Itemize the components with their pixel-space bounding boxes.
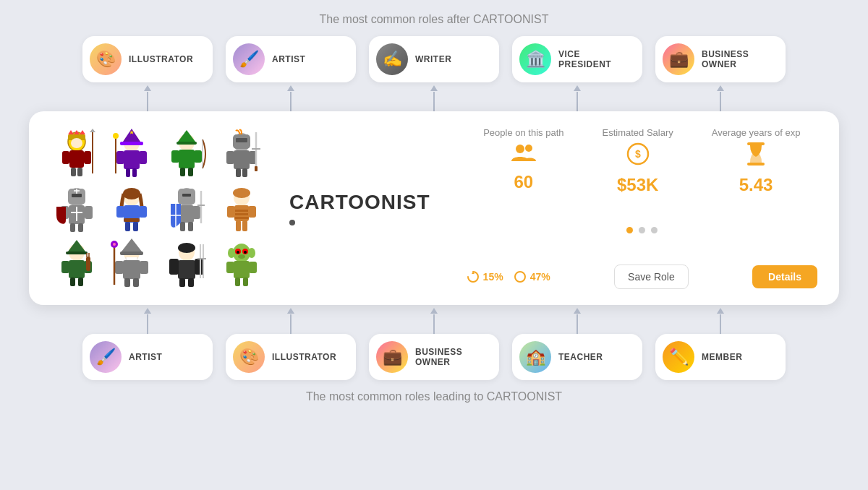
svg-rect-112 (179, 278, 185, 287)
role-card-writer[interactable]: ✍️ WRITER (369, 36, 499, 82)
connector-4 (512, 85, 642, 111)
arrowhead-up-5 (717, 85, 724, 91)
stats-section: People on this path 60 Estimated Salary (452, 127, 817, 289)
svg-point-57 (123, 188, 140, 199)
people-icon (511, 142, 536, 168)
svg-rect-21 (132, 168, 137, 177)
svg-rect-110 (169, 259, 179, 275)
svg-point-124 (238, 254, 245, 259)
svg-rect-82 (248, 206, 256, 218)
arrow-line-2 (290, 92, 292, 111)
svg-rect-88 (69, 260, 85, 278)
dots-nav[interactable] (467, 227, 817, 233)
arrow-up-2 (287, 85, 294, 111)
svg-rect-134 (747, 142, 765, 145)
arrow-up-3 (430, 85, 438, 111)
svg-rect-102 (124, 278, 130, 287)
role-card-illustrator[interactable]: 🎨 ILLUSTRATOR (82, 36, 213, 82)
arrowhead-up-4 (574, 85, 581, 91)
char-cell-11 (161, 237, 213, 289)
role-card-illustrator2[interactable]: 🎨 ILLUSTRATOR (226, 334, 356, 380)
stat-value-exp: 5.43 (739, 175, 773, 195)
svg-marker-25 (178, 130, 195, 142)
top-section-title: The most common roles after CARTOONIST (320, 13, 549, 26)
stat-col-salary: Estimated Salary $ $53K (598, 127, 678, 195)
char-cell-3 (161, 127, 213, 179)
bottom-arrow-2 (287, 308, 294, 334)
char-cell-6 (106, 182, 158, 234)
svg-rect-61 (125, 222, 130, 231)
bottom-arrowhead-3 (430, 308, 438, 314)
arrow-up-5 (717, 85, 724, 111)
salary-icon: $ (626, 142, 650, 171)
bottom-arrowhead-5 (717, 308, 724, 314)
svg-point-131 (525, 145, 532, 152)
svg-rect-81 (227, 206, 235, 218)
svg-rect-40 (242, 168, 247, 177)
svg-point-76 (233, 188, 250, 198)
svg-point-122 (237, 251, 239, 254)
role-label-teacher: TEACHER (558, 352, 603, 362)
svg-rect-135 (747, 163, 765, 166)
bottom-arrow-line-5 (720, 314, 721, 334)
svg-rect-127 (249, 262, 257, 273)
role-avatar-illustrator2: 🎨 (233, 341, 265, 373)
svg-rect-20 (126, 168, 130, 177)
role-label-vp: VICE PRESIDENT (558, 49, 629, 69)
svg-rect-17 (116, 151, 124, 164)
cartoonist-title: CARTOONIST (289, 191, 430, 214)
svg-rect-18 (139, 151, 147, 164)
svg-rect-39 (236, 168, 241, 177)
bottom-arrowhead-4 (574, 308, 581, 314)
svg-rect-31 (188, 168, 193, 176)
char-cell-12 (216, 237, 268, 289)
role-avatar-artist2: 🖌️ (90, 341, 122, 373)
save-role-button[interactable]: Save Role (614, 265, 689, 289)
role-avatar-illustrator: 🎨 (90, 43, 122, 75)
details-button[interactable]: Details (752, 265, 817, 288)
bottom-arrow-line-4 (576, 314, 578, 334)
pct-value-2: 47% (530, 271, 550, 283)
stat-col-exp: Average years of exp 5.43 (712, 127, 801, 195)
stat-label-people: People on this path (483, 127, 563, 138)
svg-rect-54 (70, 223, 75, 232)
role-card-teacher[interactable]: 🏫 TEACHER (512, 334, 642, 380)
bottom-arrow-line-3 (433, 314, 435, 334)
arrowhead-up-1 (144, 85, 151, 91)
svg-rect-69 (180, 222, 185, 231)
svg-rect-92 (78, 278, 83, 286)
arrowhead-up-3 (430, 85, 438, 91)
svg-point-106 (113, 243, 116, 246)
svg-point-23 (113, 133, 119, 139)
svg-marker-86 (68, 240, 85, 252)
svg-rect-87 (66, 252, 88, 254)
svg-rect-26 (176, 142, 197, 145)
svg-rect-78 (234, 210, 249, 212)
svg-rect-36 (234, 150, 250, 169)
svg-rect-128 (235, 278, 240, 286)
role-card-vp[interactable]: 🏛️ VICE PRESIDENT (512, 36, 642, 82)
role-card-bizowner2[interactable]: 💼 BUSINESS OWNER (369, 334, 499, 380)
dot-nav-2[interactable] (639, 227, 645, 233)
dot-nav-3[interactable] (651, 227, 658, 233)
svg-rect-55 (78, 223, 83, 232)
svg-rect-8 (84, 151, 91, 164)
svg-rect-100 (115, 261, 124, 274)
dot-nav-1[interactable] (626, 227, 633, 233)
bottom-arrow-5 (717, 308, 724, 334)
bottom-connector-2 (226, 308, 356, 334)
svg-rect-83 (236, 220, 241, 231)
svg-rect-35 (236, 138, 247, 142)
role-card-bizowner[interactable]: 💼 BUSINESS OWNER (655, 36, 786, 82)
stat-col-people: People on this path 60 (483, 127, 563, 195)
role-card-member[interactable]: ✏️ MEMBER (655, 334, 786, 380)
stats-top: People on this path 60 Estimated Salary (467, 127, 817, 195)
arrow-line-4 (576, 92, 578, 111)
role-card-artist2[interactable]: 🖌️ ARTIST (82, 334, 213, 380)
exp-icon (746, 142, 766, 171)
role-card-artist[interactable]: 🖌️ ARTIST (226, 36, 356, 82)
pct-item-2: 47% (514, 270, 550, 283)
pct-item-1: 15% (467, 270, 503, 283)
svg-rect-59 (116, 206, 124, 218)
role-avatar-member: ✏️ (663, 341, 694, 373)
